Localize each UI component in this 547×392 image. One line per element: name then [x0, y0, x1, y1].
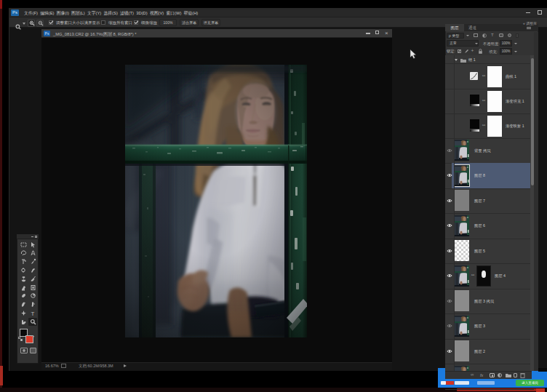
svg-text:T: T — [31, 310, 34, 316]
